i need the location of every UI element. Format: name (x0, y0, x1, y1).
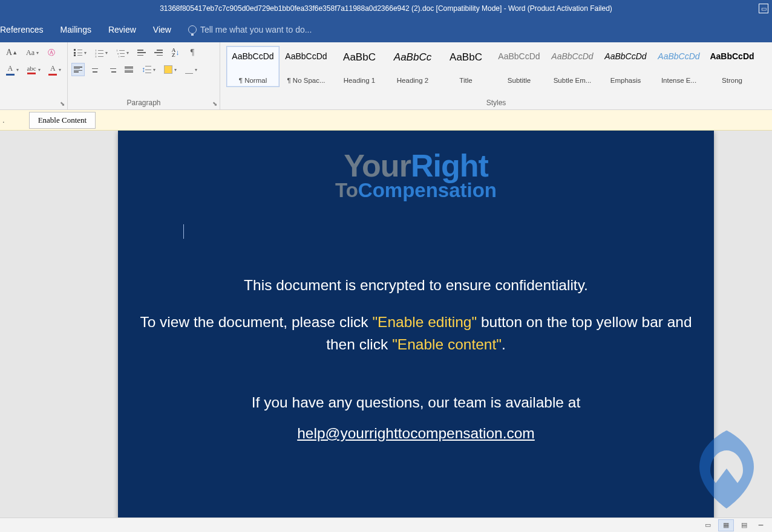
document-logo: YourRight ToCompensation (118, 131, 714, 202)
security-warning-text: . (2, 115, 5, 125)
document-email: help@yourrighttocompensation.com (118, 423, 714, 445)
document-canvas[interactable]: YourRight ToCompensation This document i… (0, 131, 772, 517)
highlight-button[interactable]: abc▾ (25, 63, 43, 76)
ribbon: A▲ Aa▾ Ⓐ A▾ abc▾ A▾ ⬊ ▾ 123▾ 1ai▾ AZ↓ ¶ (0, 42, 772, 110)
style-heading-1[interactable]: AaBbCHeading 1 (333, 46, 386, 87)
document-paragraph-2: To view the document, please click "Enab… (118, 311, 714, 356)
read-mode-button[interactable]: ▭ (700, 519, 716, 531)
paragraph-group-label: Paragraph (71, 99, 216, 108)
font-dialog-launcher[interactable]: ⬊ (60, 100, 65, 107)
tab-mailings[interactable]: Mailings (61, 25, 91, 34)
multilevel-list-button[interactable]: 1ai▾ (114, 46, 131, 59)
style-intense-e-[interactable]: AaBbCcDdIntense E... (652, 46, 705, 87)
grow-font-button[interactable]: A▲ (4, 46, 20, 59)
justify-button[interactable] (122, 63, 136, 76)
tab-references[interactable]: References (0, 25, 44, 34)
styles-group: AaBbCcDd¶ NormalAaBbCcDd¶ No Spac...AaBb… (220, 42, 772, 109)
tab-review[interactable]: Review (108, 25, 136, 34)
change-case-button[interactable]: Aa▾ (24, 46, 41, 59)
show-hide-pilcrow-button[interactable]: ¶ (186, 46, 199, 59)
font-group-label (4, 107, 64, 108)
borders-button[interactable]: ▾ (183, 63, 200, 76)
sort-button[interactable]: AZ↓ (169, 46, 182, 59)
enable-content-button[interactable]: Enable Content (29, 112, 96, 129)
style-subtle-em-[interactable]: AaBbCcDdSubtle Em... (546, 46, 599, 87)
line-spacing-button[interactable]: ↕▾ (139, 63, 158, 76)
tab-view[interactable]: View (153, 25, 171, 34)
style-normal[interactable]: AaBbCcDd¶ Normal (226, 46, 280, 87)
document-paragraph-3: If you have any questions, our team is a… (118, 392, 714, 414)
document-page: YourRight ToCompensation This document i… (118, 131, 714, 517)
print-layout-button[interactable]: ▦ (718, 519, 734, 531)
security-warning-bar: . Enable Content (0, 110, 772, 131)
align-right-button[interactable] (105, 63, 119, 76)
style-no-spac-[interactable]: AaBbCcDd¶ No Spac... (280, 46, 333, 87)
malwarebytes-watermark-icon (681, 423, 772, 514)
bullets-button[interactable]: ▾ (71, 46, 89, 59)
shading-button[interactable]: ▾ (162, 63, 179, 76)
style-subtitle[interactable]: AaBbCcDdSubtitle (492, 46, 546, 87)
title-bar: 31368f805417eb7c7c905d0ed729eb1bb0fea33f… (0, 0, 772, 17)
clear-formatting-button[interactable]: Ⓐ (45, 46, 58, 59)
paragraph-dialog-launcher[interactable]: ⬊ (212, 100, 217, 107)
numbering-button[interactable]: 123▾ (93, 46, 110, 59)
style-heading-2[interactable]: AaBbCcHeading 2 (386, 46, 439, 87)
decrease-indent-button[interactable] (135, 46, 148, 59)
ribbon-display-options-icon[interactable]: ▭ (759, 4, 768, 13)
window-title: 31368f805417eb7c7c905d0ed729eb1bb0fea33f… (160, 4, 612, 13)
paragraph-group: ▾ 123▾ 1ai▾ AZ↓ ¶ ↕▾ ▾ ▾ Paragraph ⬊ (68, 42, 220, 109)
email-link[interactable]: help@yourrighttocompensation.com (297, 425, 535, 441)
tell-me-search[interactable]: Tell me what you want to do... (188, 25, 312, 34)
align-center-button[interactable] (88, 63, 102, 76)
lightbulb-icon (188, 25, 197, 34)
font-group: A▲ Aa▾ Ⓐ A▾ abc▾ A▾ ⬊ (0, 42, 68, 109)
menu-bar: References Mailings Review View Tell me … (0, 17, 772, 42)
styles-group-label: Styles (224, 99, 768, 108)
style-title[interactable]: AaBbCTitle (439, 46, 492, 87)
zoom-out-button[interactable]: − (754, 520, 767, 531)
font-color-button[interactable]: A▾ (46, 63, 64, 76)
web-layout-button[interactable]: ▤ (736, 519, 752, 531)
text-cursor (183, 224, 184, 239)
style-strong[interactable]: AaBbCcDdStrong (705, 46, 759, 87)
font-color-a-button[interactable]: A▾ (4, 63, 21, 76)
tell-me-placeholder: Tell me what you want to do... (200, 25, 312, 34)
increase-indent-button[interactable] (152, 46, 165, 59)
styles-gallery: AaBbCcDd¶ NormalAaBbCcDd¶ No Spac...AaBb… (224, 45, 768, 87)
align-left-button[interactable] (71, 63, 85, 76)
status-bar: ▭ ▦ ▤ − (0, 517, 772, 532)
document-paragraph-1: This document is encrypted to ensure con… (118, 274, 714, 297)
style-emphasis[interactable]: AaBbCcDdEmphasis (599, 46, 652, 87)
